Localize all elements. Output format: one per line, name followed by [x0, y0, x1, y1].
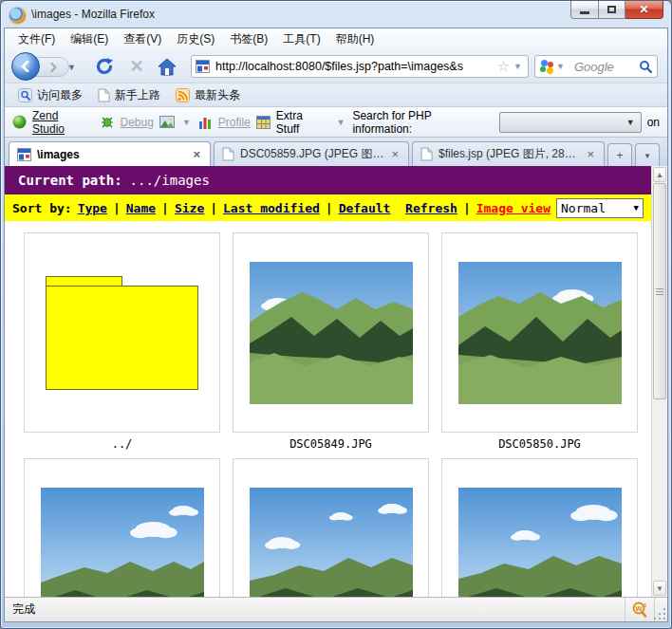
- photo-thumbnail[interactable]: [41, 488, 204, 598]
- bookmark-item-getting-started[interactable]: 新手上路: [92, 85, 166, 105]
- menu-item-file[interactable]: 文件(F): [10, 29, 63, 49]
- profile-link[interactable]: Profile: [218, 116, 251, 129]
- close-button[interactable]: ✕: [625, 1, 663, 19]
- resize-grip[interactable]: [654, 598, 667, 621]
- list-tabs-button[interactable]: ▾: [635, 143, 660, 166]
- bookmarks-toolbar: 访问最多新手上路最新头条: [5, 83, 667, 106]
- image-cell[interactable]: [441, 232, 638, 433]
- photo-thumbnail[interactable]: [458, 262, 622, 404]
- title-bar[interactable]: \images - Mozilla Firefox ✕: [1, 1, 671, 28]
- file-grid: ../DSC05849.JPGDSC05850.JPG: [5, 221, 651, 597]
- menu-item-help[interactable]: 帮助(H): [328, 29, 383, 49]
- sort-link-last-modified[interactable]: Last modified: [223, 201, 320, 215]
- on-label: on: [647, 116, 660, 129]
- sort-link-name[interactable]: Name: [126, 201, 156, 215]
- page-viewport: Current path: .../images Sort by: Type|N…: [5, 166, 667, 597]
- menu-item-tools[interactable]: 工具(T): [275, 29, 327, 49]
- current-path-value: .../images: [130, 173, 210, 188]
- tab-close-icon[interactable]: ×: [585, 147, 596, 161]
- scroll-down-button[interactable]: ▼: [653, 581, 666, 596]
- search-box[interactable]: ▼ Google: [534, 55, 658, 78]
- stop-button[interactable]: ✕: [124, 54, 149, 79]
- menu-item-edit[interactable]: 编辑(E): [63, 29, 116, 49]
- list-item: [233, 458, 429, 597]
- tab-label: $files.jsp (JPEG 图片, 280x...: [439, 146, 579, 162]
- folder-body-shape: [46, 286, 198, 390]
- bookmark-item-most-visited[interactable]: 访问最多: [12, 85, 88, 105]
- php-search-combobox[interactable]: ▼: [499, 112, 642, 133]
- thumb-dropdown-icon[interactable]: ▼: [182, 118, 191, 127]
- validator-badge-icon[interactable]: W 6: [625, 598, 654, 621]
- search-engine-dropdown-icon[interactable]: ▼: [556, 62, 565, 71]
- back-button[interactable]: [11, 52, 40, 81]
- photo-image: [250, 262, 413, 404]
- maximize-button[interactable]: [599, 1, 625, 19]
- url-bar[interactable]: http://localhost:8080/$files.jsp?path=\i…: [191, 55, 529, 78]
- bookmark-star-icon[interactable]: ☆: [497, 58, 510, 75]
- tab-close-icon[interactable]: ×: [191, 147, 202, 161]
- separator: |: [113, 201, 121, 215]
- scrollbar-thumb[interactable]: [653, 183, 666, 399]
- image-cell[interactable]: [24, 458, 220, 597]
- menu-item-history[interactable]: 历史(S): [169, 29, 222, 49]
- photo-image: [41, 488, 204, 598]
- view-mode-select[interactable]: Normal ▼: [556, 198, 644, 218]
- new-tab-button[interactable]: +: [607, 143, 632, 166]
- status-text: 完成: [12, 601, 35, 618]
- search-icon[interactable]: [639, 60, 652, 73]
- back-arrow-icon: [20, 61, 31, 72]
- history-dropdown-icon[interactable]: ▼: [67, 63, 76, 72]
- zend-studio-link[interactable]: Zend Studio: [32, 109, 94, 136]
- bookmark-item-latest-headlines[interactable]: 最新头条: [170, 85, 246, 105]
- refresh-button[interactable]: [92, 54, 117, 79]
- list-item: [24, 458, 220, 597]
- image-view-link[interactable]: Image view: [476, 201, 551, 215]
- select-arrow-icon: ▼: [634, 203, 639, 213]
- refresh-icon: [95, 57, 114, 76]
- item-caption[interactable]: DSC05850.JPG: [441, 433, 638, 451]
- separator: |: [463, 201, 471, 215]
- combobox-arrow-icon: ▼: [626, 118, 635, 127]
- search-input[interactable]: Google: [574, 60, 639, 74]
- firefox-window: \images - Mozilla Firefox ✕ 文件(F)编辑(E)查看…: [0, 0, 672, 629]
- scroll-up-button[interactable]: ▲: [653, 167, 666, 182]
- photo-thumbnail[interactable]: [458, 488, 622, 598]
- image-cell[interactable]: [233, 458, 429, 597]
- minimize-button[interactable]: [570, 1, 599, 19]
- url-text[interactable]: http://localhost:8080/$files.jsp?path=\i…: [215, 60, 495, 73]
- tab-files-jsp[interactable]: $files.jsp (JPEG 图片, 280x...×: [412, 141, 605, 166]
- tab-label: DSC05859.JPG (JPEG 图片,...: [240, 146, 383, 162]
- photo-thumbnail[interactable]: [250, 262, 413, 404]
- vertical-scrollbar[interactable]: ▲ ▼: [651, 166, 667, 597]
- sort-link-size[interactable]: Size: [175, 201, 204, 215]
- home-button[interactable]: [155, 54, 179, 79]
- item-caption[interactable]: DSC05849.JPG: [233, 433, 429, 451]
- page-icon: [420, 147, 433, 161]
- sort-link-type[interactable]: Type: [78, 201, 107, 215]
- extra-stuff-dropdown-icon[interactable]: ▼: [336, 118, 345, 127]
- tab-close-icon[interactable]: ×: [389, 147, 401, 161]
- url-dropdown-icon[interactable]: ▼: [513, 62, 522, 71]
- photo-thumbnail[interactable]: [250, 488, 413, 598]
- sort-link-default[interactable]: Default: [339, 201, 391, 215]
- item-caption[interactable]: ../: [24, 433, 220, 451]
- image-cell[interactable]: [441, 458, 638, 597]
- menu-item-bookmarks[interactable]: 书签(B): [222, 29, 275, 49]
- forward-button[interactable]: [45, 59, 62, 76]
- list-item: ../: [24, 232, 220, 451]
- image-thumb-icon[interactable]: [159, 116, 175, 128]
- close-icon: ✕: [639, 3, 648, 16]
- rss-icon: [176, 88, 190, 102]
- bookmark-label: 访问最多: [37, 87, 83, 103]
- debug-link[interactable]: Debug: [121, 116, 154, 129]
- extra-stuff-label[interactable]: Extra Stuff: [276, 109, 329, 136]
- parent-folder-cell[interactable]: [24, 232, 220, 433]
- refresh-link[interactable]: Refresh: [405, 201, 457, 215]
- folder-icon: [46, 276, 198, 390]
- tab-dsc05859[interactable]: DSC05859.JPG (JPEG 图片,...×: [214, 141, 409, 166]
- tab-images[interactable]: \images×: [9, 141, 211, 166]
- separator: |: [326, 201, 333, 215]
- menu-item-view[interactable]: 查看(V): [116, 29, 169, 49]
- profile-chart-icon: [198, 116, 213, 129]
- image-cell[interactable]: [233, 232, 429, 433]
